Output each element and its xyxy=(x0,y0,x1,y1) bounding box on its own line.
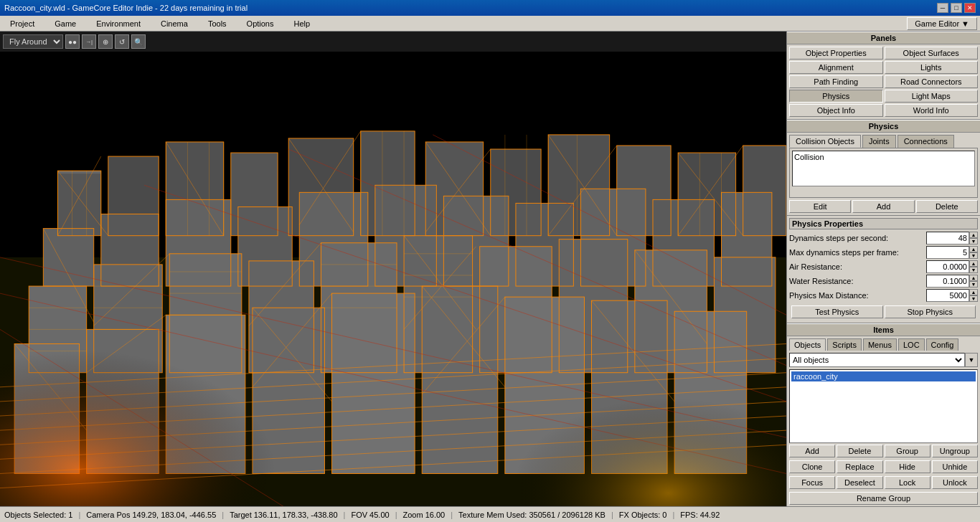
items-group-button[interactable]: Group xyxy=(885,445,930,457)
prop-input-air-resistance[interactable] xyxy=(926,260,969,273)
items-tab-scripts[interactable]: Scripts xyxy=(827,338,862,351)
items-btn-row-1: Add Delete Group Ungroup xyxy=(787,443,980,459)
items-list-item[interactable]: raccoon_city xyxy=(791,371,976,381)
svg-rect-159 xyxy=(0,52,786,506)
spin-down-2[interactable]: ▼ xyxy=(969,267,978,273)
spin-down-4[interactable]: ▼ xyxy=(969,295,978,302)
items-tab-menus[interactable]: Menus xyxy=(863,338,897,351)
vp-btn-zoom[interactable]: 🔍 xyxy=(131,34,146,49)
viewport[interactable]: Fly Around ●● →| ⊕ ↺ 🔍 xyxy=(0,32,786,506)
prop-input-wrap-3: ▲ ▼ xyxy=(926,275,978,288)
items-focus-button[interactable]: Focus xyxy=(789,476,835,489)
test-physics-button[interactable]: Test Physics xyxy=(791,305,883,318)
spin-down-3[interactable]: ▼ xyxy=(969,281,978,288)
panel-btn-light-maps[interactable]: Light Maps xyxy=(885,90,979,103)
physics-tab-collision[interactable]: Collision Objects xyxy=(789,135,861,148)
items-header: Items xyxy=(787,323,980,336)
physics-add-button[interactable]: Add xyxy=(852,200,914,213)
items-list[interactable]: raccoon_city xyxy=(789,369,978,443)
items-tabs: Objects Scripts Menus LOC Config xyxy=(787,336,980,351)
physics-edit-button[interactable]: Edit xyxy=(789,200,851,213)
vp-btn-dots[interactable]: ●● xyxy=(65,34,80,49)
prop-label-4: Physics Max Distance: xyxy=(789,291,926,300)
physics-action-btns: Edit Add Delete xyxy=(787,198,980,215)
prop-label-3: Water Resistance: xyxy=(789,277,926,285)
items-btn-row-4: Rename Group xyxy=(787,490,980,506)
menu-help[interactable]: Help xyxy=(284,18,321,29)
menu-project[interactable]: Project xyxy=(0,18,44,29)
status-camera-pos: Camera Pos 149.29, 183.04, -446.55 xyxy=(86,511,216,519)
statusbar: Objects Selected: 1 | Camera Pos 149.29,… xyxy=(0,506,980,522)
maximize-button[interactable]: □ xyxy=(951,3,962,13)
physics-test-btns: Test Physics Stop Physics xyxy=(789,303,978,321)
menu-environment[interactable]: Environment xyxy=(86,18,151,29)
items-filter-dropdown[interactable]: All objects xyxy=(789,353,965,367)
camera-mode-select[interactable]: Fly Around xyxy=(3,34,63,49)
status-objects-selected: Objects Selected: 1 xyxy=(4,511,72,519)
spin-down-0[interactable]: ▼ xyxy=(969,238,978,245)
panel-btn-world-info[interactable]: World Info xyxy=(885,104,979,117)
prop-row-1: Max dynamics steps per frame: ▲ ▼ xyxy=(789,246,978,259)
physics-tab-connections[interactable]: Connections xyxy=(897,135,954,148)
menu-cinema[interactable]: Cinema xyxy=(151,18,198,29)
physics-section-header: Physics xyxy=(787,120,980,133)
main-container: Fly Around ●● →| ⊕ ↺ 🔍 xyxy=(0,32,980,506)
items-add-button[interactable]: Add xyxy=(789,445,835,457)
city-scene xyxy=(0,52,786,506)
collision-list[interactable]: Collision xyxy=(792,151,975,186)
close-button[interactable]: ✕ xyxy=(964,3,976,13)
rename-group-button[interactable]: Rename Group xyxy=(789,492,978,505)
items-tab-loc[interactable]: LOC xyxy=(898,338,925,351)
panel-btn-lights[interactable]: Lights xyxy=(885,61,979,74)
items-replace-button[interactable]: Replace xyxy=(837,460,882,473)
stop-physics-button[interactable]: Stop Physics xyxy=(885,305,976,318)
titlebar-controls: ─ □ ✕ xyxy=(937,3,976,13)
city-viewport-svg xyxy=(0,52,786,506)
panel-btn-object-surfaces[interactable]: Object Surfaces xyxy=(885,47,979,60)
game-editor-button[interactable]: Game Editor ▼ xyxy=(907,17,977,30)
items-delete-button[interactable]: Delete xyxy=(837,445,882,457)
items-hide-button[interactable]: Hide xyxy=(885,460,930,473)
panel-btn-physics[interactable]: Physics xyxy=(789,90,883,103)
prop-input-water-resistance[interactable] xyxy=(926,275,969,288)
menu-options[interactable]: Options xyxy=(237,18,284,29)
panel-btn-object-info[interactable]: Object Info xyxy=(789,104,883,117)
menu-game[interactable]: Game xyxy=(44,18,86,29)
panel-btn-path-finding[interactable]: Path Finding xyxy=(789,75,883,88)
minimize-button[interactable]: ─ xyxy=(937,3,948,13)
panel-btn-road-connectors[interactable]: Road Connectors xyxy=(885,75,979,88)
prop-input-dynamics-steps[interactable] xyxy=(926,232,969,245)
items-tab-objects[interactable]: Objects xyxy=(789,338,826,351)
physics-content: Collision xyxy=(789,148,978,198)
menu-tools[interactable]: Tools xyxy=(198,18,237,29)
items-unlock-button[interactable]: Unlock xyxy=(932,476,978,489)
panel-btn-alignment[interactable]: Alignment xyxy=(789,61,883,74)
prop-input-wrap-2: ▲ ▼ xyxy=(926,260,978,273)
vp-btn-cross[interactable]: ⊕ xyxy=(98,34,113,49)
prop-input-max-dynamics[interactable] xyxy=(926,246,969,259)
physics-tabs: Collision Objects Joints Connections xyxy=(787,133,980,148)
spin-up-1[interactable]: ▲ xyxy=(969,246,978,252)
physics-delete-button[interactable]: Delete xyxy=(916,200,978,213)
prop-input-wrap-0: ▲ ▼ xyxy=(926,232,978,245)
spin-up-2[interactable]: ▲ xyxy=(969,260,978,267)
items-lock-button[interactable]: Lock xyxy=(885,476,930,489)
spin-down-1[interactable]: ▼ xyxy=(969,252,978,259)
spin-up-3[interactable]: ▲ xyxy=(969,275,978,281)
physics-tab-joints[interactable]: Joints xyxy=(862,135,896,148)
panel-btn-object-properties[interactable]: Object Properties xyxy=(789,47,883,60)
prop-input-physics-max-dist[interactable] xyxy=(926,289,969,302)
vp-btn-nav[interactable]: →| xyxy=(82,34,96,49)
spin-up-4[interactable]: ▲ xyxy=(969,289,978,295)
items-deselect-button[interactable]: Deselect xyxy=(837,476,882,489)
items-dropdown-arrow[interactable]: ▼ xyxy=(965,353,978,367)
items-unhide-button[interactable]: Unhide xyxy=(932,460,978,473)
prop-spin-4: ▲ ▼ xyxy=(969,289,978,302)
vp-btn-rotate[interactable]: ↺ xyxy=(115,34,129,49)
status-target: Target 136.11, 178.33, -438.80 xyxy=(230,511,337,519)
items-tab-config[interactable]: Config xyxy=(926,338,959,351)
spin-up-0[interactable]: ▲ xyxy=(969,232,978,238)
items-ungroup-button[interactable]: Ungroup xyxy=(932,445,978,457)
items-clone-button[interactable]: Clone xyxy=(789,460,835,473)
viewport-toolbar: Fly Around ●● →| ⊕ ↺ 🔍 xyxy=(0,32,786,52)
